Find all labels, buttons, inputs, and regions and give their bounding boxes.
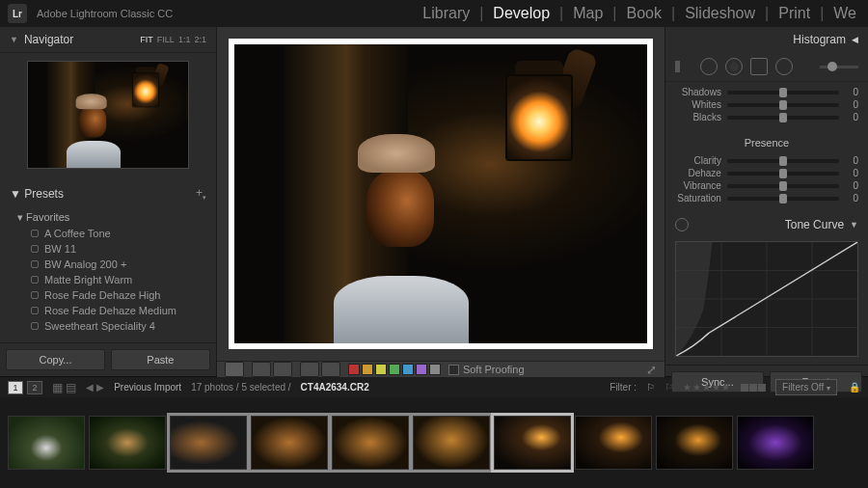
filmstrip-thumbnail[interactable] xyxy=(413,416,490,470)
copy-settings-button[interactable] xyxy=(321,362,340,377)
preset-item[interactable]: Matte Bright Warm xyxy=(0,272,216,287)
filmstrip-thumbnail[interactable] xyxy=(494,416,571,470)
color-label-swatch[interactable] xyxy=(416,364,427,375)
slider-whites[interactable]: Whites0 xyxy=(675,98,858,111)
filmstrip-thumbnail[interactable] xyxy=(251,416,328,470)
preset-item[interactable]: Sweetheart Speciality 4 xyxy=(0,318,216,334)
slider-thumb-icon[interactable] xyxy=(779,181,787,191)
preset-item[interactable]: BW 11 xyxy=(0,241,216,257)
module-book[interactable]: Book xyxy=(623,5,665,22)
slider-value[interactable]: 0 xyxy=(845,168,858,178)
module-print[interactable]: Print xyxy=(774,5,814,22)
slider-thumb-icon[interactable] xyxy=(779,88,787,97)
module-we[interactable]: We xyxy=(829,5,860,22)
paste-button[interactable]: Paste xyxy=(111,349,210,370)
slider-shadows[interactable]: Shadows0 xyxy=(675,86,858,98)
slider-track[interactable] xyxy=(727,197,839,201)
slider-blacks[interactable]: Blacks0 xyxy=(675,111,858,123)
graduated-filter-icon[interactable] xyxy=(750,58,768,75)
filmstrip-thumbnail[interactable] xyxy=(656,416,733,470)
preset-item[interactable]: A Coffee Tone xyxy=(0,226,216,241)
slider-value[interactable]: 0 xyxy=(845,180,858,191)
flag-rejected-icon[interactable]: ⚐ xyxy=(665,382,673,393)
redeye-icon[interactable] xyxy=(725,58,743,75)
filmstrip-thumbnail[interactable] xyxy=(575,416,652,470)
slider-thumb-icon[interactable] xyxy=(779,100,787,110)
slider-track[interactable] xyxy=(727,184,839,188)
slider-saturation[interactable]: Saturation0 xyxy=(675,192,858,204)
swap-button[interactable] xyxy=(300,362,319,377)
radial-filter-icon[interactable] xyxy=(775,58,793,75)
brush-size-slider[interactable] xyxy=(820,66,858,68)
slider-track[interactable] xyxy=(727,159,839,163)
grid-view-icons[interactable]: ▦ ▤ xyxy=(52,381,76,394)
slider-value[interactable]: 0 xyxy=(845,193,858,203)
add-preset-icon[interactable]: +▾ xyxy=(196,186,206,202)
soft-proofing-toggle[interactable]: Soft Proofing xyxy=(448,364,525,375)
slider-thumb-icon[interactable] xyxy=(779,194,787,203)
before-after-lr-button[interactable] xyxy=(252,362,271,377)
preset-group-favorites[interactable]: ▾ Favorites xyxy=(0,207,216,226)
color-label-swatch[interactable] xyxy=(389,364,400,375)
preset-item[interactable]: Rose Fade Dehaze Medium xyxy=(0,303,216,318)
slider-clarity[interactable]: Clarity0 xyxy=(675,154,858,167)
slider-value[interactable]: 0 xyxy=(845,112,858,122)
color-label-swatch[interactable] xyxy=(429,364,441,375)
slider-track[interactable] xyxy=(727,172,839,176)
slider-track[interactable] xyxy=(727,103,839,107)
slider-track[interactable] xyxy=(727,91,839,95)
main-photo[interactable] xyxy=(234,44,647,343)
tone-curve-header[interactable]: Tone Curve ▼ xyxy=(665,212,868,237)
slider-thumb-icon[interactable] xyxy=(779,156,787,166)
zoom-fill[interactable]: FILL xyxy=(157,35,175,44)
image-viewport[interactable] xyxy=(217,27,665,361)
slider-value[interactable]: 0 xyxy=(845,99,858,110)
zoom-fit[interactable]: FIT xyxy=(140,35,153,44)
expand-icon[interactable]: ⤢ xyxy=(646,363,657,377)
back-forward-icons[interactable]: ◀ ▶ xyxy=(86,382,104,393)
page-1-button[interactable]: 1 xyxy=(8,381,23,394)
rating-stars[interactable]: ★★★★★ xyxy=(683,382,731,393)
color-label-swatch[interactable] xyxy=(402,364,414,375)
color-label-swatch[interactable] xyxy=(348,364,360,375)
slider-dehaze[interactable]: Dehaze0 xyxy=(675,167,858,179)
zoom-2-1[interactable]: 2:1 xyxy=(194,35,206,44)
color-label-swatch[interactable] xyxy=(375,364,387,375)
page-2-button[interactable]: 2 xyxy=(27,381,42,394)
slider-vibrance[interactable]: Vibrance0 xyxy=(675,179,858,192)
loupe-view-button[interactable] xyxy=(225,362,244,377)
filmstrip[interactable] xyxy=(0,397,868,488)
color-label-swatch[interactable] xyxy=(362,364,373,375)
filmstrip-thumbnail[interactable] xyxy=(737,416,814,470)
module-slideshow[interactable]: Slideshow xyxy=(681,5,759,22)
histogram-header[interactable]: Histogram ◀ xyxy=(665,27,868,52)
presets-header[interactable]: ▼ Presets +▾ xyxy=(0,180,216,207)
filters-off-dropdown[interactable]: Filters Off ▾ xyxy=(775,379,837,395)
slider-value[interactable]: 0 xyxy=(845,87,858,97)
preset-item[interactable]: BW Analog 200 + xyxy=(0,257,216,272)
module-develop[interactable]: Develop xyxy=(489,5,554,22)
navigator-header[interactable]: ▼ Navigator FITFILL1:12:1 xyxy=(0,27,216,53)
module-map[interactable]: Map xyxy=(569,5,607,22)
filmstrip-thumbnail[interactable] xyxy=(170,416,247,470)
crop-tool-icon[interactable] xyxy=(675,61,692,72)
before-after-tb-button[interactable] xyxy=(273,362,292,377)
zoom-1-1[interactable]: 1:1 xyxy=(178,35,191,44)
spot-removal-icon[interactable] xyxy=(700,58,718,75)
color-filter-icon[interactable] xyxy=(741,384,766,392)
slider-value[interactable]: 0 xyxy=(845,155,858,166)
module-library[interactable]: Library xyxy=(419,5,474,22)
filmstrip-thumbnail[interactable] xyxy=(89,416,166,470)
flag-picked-icon[interactable]: ⚐ xyxy=(646,382,655,393)
tone-curve-graph[interactable] xyxy=(675,241,858,357)
source-label[interactable]: Previous Import xyxy=(114,382,181,393)
preset-item[interactable]: Rose Fade Dehaze High xyxy=(0,287,216,303)
filmstrip-thumbnail[interactable] xyxy=(332,416,409,470)
slider-thumb-icon[interactable] xyxy=(779,169,787,178)
slider-thumb-icon[interactable] xyxy=(779,113,787,122)
target-adjustment-icon[interactable] xyxy=(675,218,689,231)
slider-track[interactable] xyxy=(727,116,839,120)
filmstrip-thumbnail[interactable] xyxy=(8,416,85,470)
navigator-preview[interactable] xyxy=(27,61,189,169)
filter-lock-icon[interactable]: 🔒 xyxy=(849,382,860,393)
